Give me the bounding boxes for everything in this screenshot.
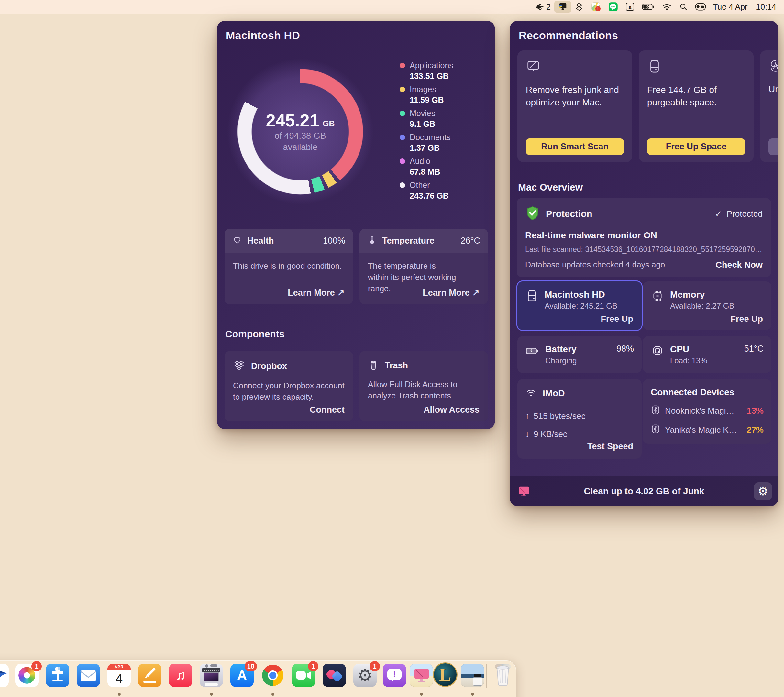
legend-dot	[400, 87, 405, 92]
dock-photo-viewer[interactable]	[461, 664, 484, 687]
control-center-icon[interactable]	[692, 1, 710, 13]
legend-value: 67.8 MB	[410, 166, 440, 177]
menubar-clock[interactable]: Tue 4 Apr 10:14	[710, 2, 779, 12]
connected-devices-title: Connected Devices	[651, 387, 764, 398]
dock-chrome[interactable]	[261, 664, 285, 687]
storage-legend: Applications 133.51 GB Images 11.59 GB M…	[400, 60, 453, 204]
notification-badge: 18	[245, 661, 257, 671]
dock-calendar[interactable]: APR4	[107, 664, 131, 687]
heart-icon	[232, 235, 242, 246]
line-app-icon[interactable]: LINE	[605, 1, 622, 13]
dock-music[interactable]: ♫	[169, 664, 192, 687]
dropbox-title: Dropbox	[251, 361, 287, 371]
health-card: Health 100% This drive is in good condit…	[224, 228, 353, 304]
bluetooth-icon	[651, 424, 660, 436]
legend-value: 133.51 GB	[410, 71, 453, 81]
shield-check-icon	[525, 206, 540, 222]
device-battery-percent: 27%	[747, 425, 764, 435]
maps-alert-icon[interactable]: !	[587, 1, 605, 13]
upload-speed: ↑ 515 bytes/sec	[525, 411, 634, 421]
recommendation-card-3: Uni dor	[760, 51, 779, 162]
legend-value: 243.76 GB	[410, 191, 449, 201]
dock-system-settings[interactable]: ⚙1	[353, 664, 377, 687]
notion-icon[interactable]: n	[622, 1, 638, 13]
card-subtitle: Available: 2.27 GB	[670, 301, 734, 311]
legend-label: Documents	[410, 132, 450, 143]
window-title: Recommendations	[519, 29, 618, 42]
settings-gear-button[interactable]: ⚙	[754, 482, 772, 500]
dock-photos[interactable]: 1	[15, 664, 38, 687]
overview-macintosh-hd-card[interactable]: Macintosh HD Available: 245.21 GB Free U…	[517, 281, 642, 330]
device-name: Nooknick's Magi…	[665, 406, 734, 416]
temperature-title: Temperature	[382, 236, 435, 246]
recommendation-button[interactable]: Run Smart Scan	[526, 138, 624, 155]
dock-shortcuts[interactable]	[323, 664, 346, 687]
legend-label: Other	[410, 180, 449, 191]
cleanmymac-menu-icon[interactable]	[554, 1, 571, 13]
legend-dot	[400, 135, 405, 140]
recommendation-button[interactable]	[769, 138, 779, 155]
down-arrow-icon: ↓	[525, 429, 530, 439]
test-speed-button[interactable]: Test Speed	[587, 442, 633, 452]
legend-dot	[400, 111, 405, 116]
battery-status-icon[interactable]	[638, 1, 659, 13]
recommendation-text: Uni dor	[769, 83, 779, 95]
dock-cleanmymac[interactable]	[410, 664, 433, 687]
dock-facetime[interactable]: 1	[292, 664, 315, 687]
temperature-learn-more-link[interactable]: Learn More ↗	[423, 288, 479, 298]
dock-league-of-legends[interactable]: L	[432, 662, 458, 688]
display-icon	[526, 69, 541, 75]
legend-value: 9.1 GB	[410, 119, 435, 129]
dock-pages[interactable]	[138, 664, 161, 687]
wifi-status-icon[interactable]	[659, 1, 675, 13]
trash-description: Allow Full Disk Access to analyze Trash …	[359, 372, 488, 401]
temperature-card: Temperature 26°C The temperature is with…	[359, 228, 488, 304]
dock-mail[interactable]	[77, 664, 100, 687]
thermometer-icon	[367, 235, 377, 246]
cleanup-footer: Clean up to 4.02 GB of Junk ⚙	[510, 476, 779, 506]
dock-feedback[interactable]: !	[383, 664, 406, 687]
trash-card: Trash Allow Full Disk Access to analyze …	[359, 351, 488, 421]
gear-icon: ⚙	[758, 485, 768, 498]
legend-value: 11.59 GB	[410, 95, 444, 105]
free-up-button[interactable]: Free Up	[730, 314, 763, 324]
trash-title: Trash	[385, 361, 408, 371]
macintosh-hd-window: Macintosh HD 245.21 GB of 494.38 GB avai…	[217, 21, 495, 429]
available-value: 245.21	[266, 111, 319, 130]
dock-bird-app[interactable]	[0, 664, 9, 687]
recommendation-button[interactable]: Free Up Space	[647, 138, 745, 155]
donut-center-label: 245.21 GB of 494.38 GB available	[237, 69, 363, 195]
running-indicator-dot	[471, 693, 474, 696]
legend-dot	[400, 182, 405, 188]
overview-cpu-card[interactable]: CPU Load: 13% 51°C	[643, 336, 771, 373]
battery-percentage: 98%	[616, 344, 634, 366]
connected-device-row: Yanika's Magic K… 27%	[651, 424, 764, 436]
protection-card: Protection ✓ Protected Real-time malware…	[517, 198, 771, 277]
running-indicator-dot	[118, 693, 121, 696]
spotlight-icon[interactable]	[675, 1, 692, 13]
legend-label: Movies	[410, 108, 435, 119]
trash-allow-access-button[interactable]: Allow Access	[423, 405, 479, 415]
check-now-button[interactable]: Check Now	[715, 260, 763, 270]
dock-image-capture[interactable]	[199, 664, 223, 687]
overview-battery-card[interactable]: Battery Charging 98%	[517, 336, 642, 373]
dock-separator	[486, 664, 487, 688]
overview-memory-card[interactable]: Memory Available: 2.27 GB Free Up	[643, 281, 771, 330]
legend-label: Audio	[410, 156, 440, 166]
card-title: iMoD	[543, 388, 565, 399]
dropbox-connect-button[interactable]: Connect	[310, 405, 344, 415]
free-up-button[interactable]: Free Up	[601, 314, 633, 324]
health-learn-more-link[interactable]: Learn More ↗	[288, 288, 344, 298]
layers-icon[interactable]	[571, 1, 587, 13]
health-description: This drive is in good condition.	[224, 253, 353, 272]
imod-card[interactable]: iMoD ↑ 515 bytes/sec ↓ 9 KB/sec Test Spe…	[517, 379, 642, 459]
legend-value: 1.37 GB	[410, 143, 450, 153]
recommendation-card-1: Remove fresh junk and optimize your Mac.…	[517, 51, 632, 162]
battery-charging-icon	[525, 344, 539, 366]
dock-trash[interactable]	[491, 664, 514, 687]
updates-bird-icon[interactable]: 2	[532, 1, 554, 13]
dock-keynote[interactable]	[46, 664, 69, 687]
legend-item-documents: Documents 1.37 GB	[400, 132, 453, 156]
notification-badge: 1	[369, 661, 380, 671]
dock-app-store[interactable]: A18	[231, 664, 254, 687]
